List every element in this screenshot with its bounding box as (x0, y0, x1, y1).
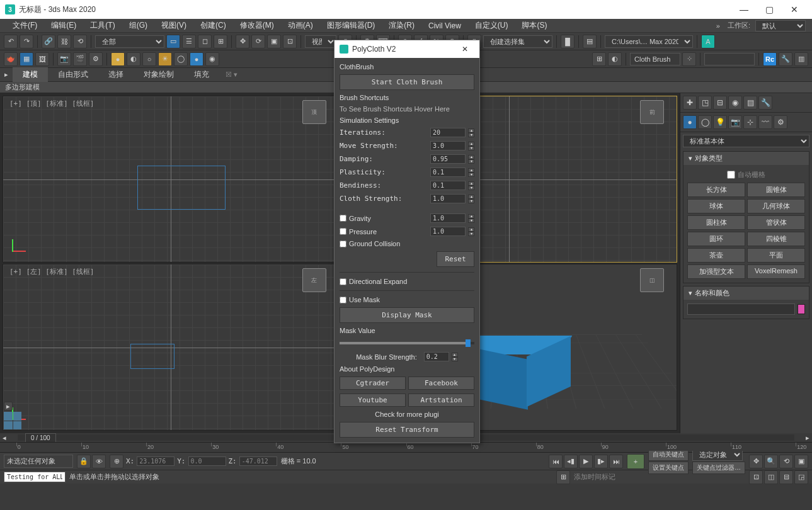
coord-system[interactable]: 视图 (305, 35, 336, 48)
sub-ribbon-label[interactable]: 多边形建模 (5, 82, 40, 92)
systems-icon[interactable]: ⚙ (774, 115, 787, 129)
plasticity-input[interactable] (430, 167, 466, 177)
project-path[interactable]: C:\Users\… Max 2020 (605, 35, 693, 48)
workspace-select[interactable]: 默认 (755, 20, 806, 31)
gravity-input[interactable] (430, 213, 466, 223)
play-icon[interactable]: ▸ (4, 402, 13, 411)
start-cloth-brush-button[interactable]: Start Cloth Brush (340, 74, 474, 90)
panel-icon[interactable]: ▥ (794, 52, 808, 66)
add-time-tag[interactable]: 添加时间标记 (574, 472, 615, 482)
damping-input[interactable] (430, 154, 466, 164)
menu-render[interactable]: 渲染(R) (382, 19, 421, 32)
obj-box-button[interactable]: 长方体 (687, 183, 745, 197)
teapot-icon[interactable]: 🫖 (4, 52, 18, 66)
place-button[interactable]: ⊡ (283, 35, 297, 48)
schematic-button[interactable]: ⊞ (592, 52, 606, 66)
select-rect-button[interactable]: ◻ (198, 35, 212, 48)
time-counter[interactable]: 0 / 100 (25, 433, 56, 443)
gravity-checkbox[interactable]: Gravity (340, 215, 371, 222)
cameras-icon[interactable]: 📷 (728, 115, 742, 129)
move-button[interactable]: ✥ (236, 35, 249, 48)
window-crossing-button[interactable]: ⊞ (214, 35, 227, 48)
ribbon-tab-objectpaint[interactable]: 对象绘制 (134, 67, 184, 82)
ground-collision-checkbox[interactable]: Ground Collision (340, 240, 474, 247)
nav-zoom-icon[interactable]: 🔍 (764, 455, 778, 468)
redo-button[interactable]: ↷ (20, 35, 33, 48)
viewcube-icon[interactable]: 前 (640, 100, 664, 124)
ribbon-tab-modeling[interactable]: 建模 (13, 67, 48, 82)
obj-teapot-button[interactable]: 茶壶 (687, 248, 745, 263)
shapes-icon[interactable]: ◯ (698, 115, 712, 129)
brush-settings-icon[interactable]: ⁘ (682, 52, 696, 66)
color-swatch[interactable] (798, 304, 805, 314)
facebook-button[interactable]: Facebook (408, 377, 474, 390)
settings-icon[interactable]: ⚙ (89, 52, 103, 66)
spinner-arrows[interactable]: ▴▾ (468, 128, 474, 137)
obj-cylinder-button[interactable]: 圆柱体 (687, 215, 745, 230)
menu-animation[interactable]: 动画(A) (282, 19, 319, 32)
menu-tools[interactable]: 工具(T) (84, 19, 121, 32)
obj-sphere-button[interactable]: 球体 (687, 199, 745, 213)
vp-label-top[interactable]: [+] [顶] [标准] [线框] (9, 99, 94, 108)
select-name-button[interactable]: ☰ (182, 35, 196, 48)
lights-icon[interactable]: 💡 (713, 115, 727, 129)
material-editor-button[interactable]: ◐ (608, 52, 622, 66)
bendiness-input[interactable] (430, 181, 466, 190)
mask-blur-input[interactable] (424, 352, 449, 361)
rollout-head-objtype[interactable]: ▾ 对象类型 (683, 152, 809, 165)
light-omni-icon[interactable]: ● (111, 52, 125, 66)
transform-type-icon[interactable]: ⊕ (110, 455, 123, 468)
movestrength-input[interactable] (430, 141, 466, 150)
material-icon[interactable]: ● (190, 52, 203, 66)
menu-create[interactable]: 创建(C) (194, 19, 232, 32)
menu-group[interactable]: 组(G) (123, 19, 154, 32)
geometry-icon[interactable]: ● (683, 115, 697, 129)
time-config-icon[interactable]: ⊞ (556, 470, 570, 484)
clothstrength-input[interactable] (430, 194, 466, 203)
ribbon-toggle-icon[interactable]: ▸ (0, 71, 13, 79)
light-direct-icon[interactable]: ○ (142, 52, 156, 66)
light-sky-icon[interactable]: ◯ (174, 52, 188, 66)
nav-maximize-icon[interactable]: ◲ (794, 470, 808, 484)
viewport-top[interactable]: [+] [顶] [标准] [线框] 顶 (3, 96, 340, 263)
named-sel-set[interactable]: 创建选择集 (483, 35, 552, 48)
helpers-icon[interactable]: ⊹ (743, 115, 757, 129)
spacewarps-icon[interactable]: 〰 (758, 115, 772, 129)
coord-z-input[interactable] (239, 456, 277, 466)
object-name-input[interactable] (687, 303, 795, 315)
rc-button[interactable]: Rc (763, 52, 777, 66)
maximize-button[interactable]: ▢ (757, 0, 782, 19)
display-mask-button[interactable]: Display Mask (340, 307, 474, 323)
unlink-button[interactable]: ⛓ (57, 35, 71, 48)
prev-frame-button[interactable]: ◂▮ (564, 455, 578, 468)
light-sun-icon[interactable]: ☀ (158, 52, 172, 66)
vp-label-left[interactable]: [+] [左] [标准] [线框] (9, 267, 94, 276)
viewcube-icon[interactable]: 顶 (302, 100, 326, 124)
key-filters-button[interactable]: 关键点过滤器… (692, 462, 745, 474)
rollout-head-namecolor[interactable]: ▾ 名称和颜色 (683, 286, 809, 300)
obj-cone-button[interactable]: 圆锥体 (747, 183, 805, 197)
link-button[interactable]: 🔗 (42, 35, 55, 48)
menu-civilview[interactable]: Civil View (422, 20, 467, 31)
menu-customize[interactable]: 自定义(U) (469, 19, 515, 32)
use-mask-checkbox[interactable]: Use Mask (340, 296, 474, 303)
film-icon[interactable]: 🎬 (73, 52, 87, 66)
obj-tube-button[interactable]: 管状体 (747, 215, 805, 230)
viewcube-icon[interactable]: 左 (302, 268, 326, 292)
sphere-icon[interactable]: ◉ (205, 52, 219, 66)
play-button[interactable]: ▶ (579, 455, 593, 468)
obj-geosphere-button[interactable]: 几何球体 (747, 199, 805, 213)
mirror-button[interactable]: ▐▌ (561, 35, 575, 48)
nav-max-icon[interactable]: ▣ (794, 455, 808, 468)
viewcube-icon[interactable]: ◫ (640, 268, 664, 292)
select-object-button[interactable]: ▭ (166, 35, 180, 48)
goto-end-button[interactable]: ⏭ (609, 455, 623, 468)
brush-field[interactable] (630, 53, 680, 65)
next-frame-button[interactable]: ▮▸ (594, 455, 608, 468)
obj-torus-button[interactable]: 圆环 (687, 232, 745, 246)
cgtrader-button[interactable]: Cgtrader (340, 377, 406, 390)
autodesk-button[interactable]: A (701, 35, 715, 48)
dialog-close-button[interactable]: ✕ (455, 45, 474, 54)
bind-button[interactable]: ⟲ (73, 35, 87, 48)
lock-icon[interactable]: 🔒 (77, 455, 91, 468)
